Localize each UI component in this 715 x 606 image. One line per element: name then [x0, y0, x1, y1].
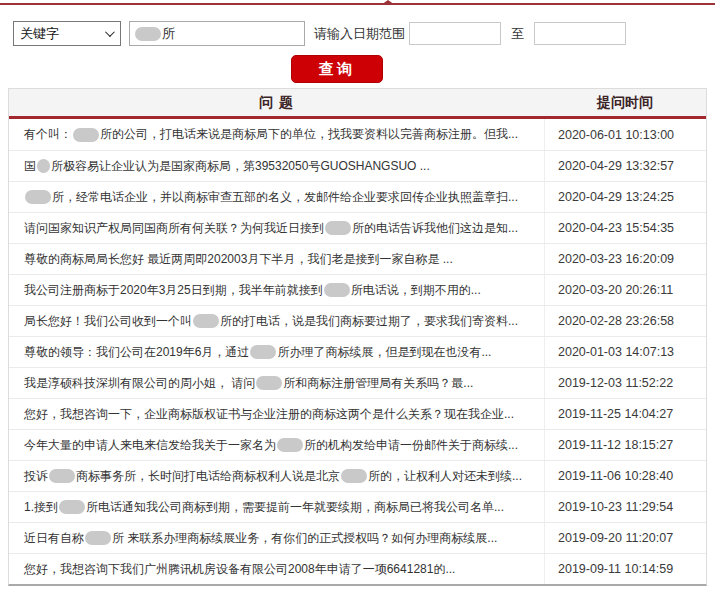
date-to-input[interactable] [534, 22, 626, 45]
time-cell: 2020-02-28 23:26:58 [544, 306, 706, 336]
table-row[interactable]: 所，经常电话企业，并以商标审查五部的名义，发邮件给企业要求回传企业执照盖章扫..… [9, 181, 706, 212]
table-row[interactable]: 有个叫：所的公司，打电话来说是商标局下的单位，找我要资料以完善商标注册。但我..… [9, 119, 706, 150]
question-cell[interactable]: 今年大量的申请人来电来信发给我关于一家名为所的机构发给申请一份邮件关于商标续..… [9, 430, 544, 460]
keyword-type-selected-option: 关键字 [20, 25, 59, 43]
question-cell[interactable]: 近日有自称 所 来联系办理商标续展业务，有你们的正式授权吗？如何办理商标续展..… [9, 523, 544, 553]
query-button[interactable]: 查询 [291, 55, 383, 83]
table-row[interactable]: 您好，我想咨询下我们广州腾讯机房设备有限公司2008年申请了一项6641281的… [9, 553, 706, 584]
redacted-text [325, 221, 351, 235]
keyword-input[interactable]: 所 [129, 21, 305, 46]
table-row[interactable]: 尊敬的商标局局长您好 最近两周即202003月下半月，我们老是接到一家自称是 .… [9, 243, 706, 274]
question-cell[interactable]: 所，经常电话企业，并以商标审查五部的名义，发邮件给企业要求回传企业执照盖章扫..… [9, 182, 544, 212]
redacted-text [25, 190, 51, 204]
redacted-text [73, 128, 99, 142]
questions-table: 问 题 提问时间 有个叫：所的公司，打电话来说是商标局下的单位，找我要资料以完善… [8, 88, 707, 586]
redacted-text [59, 500, 85, 514]
time-cell: 2020-04-29 13:24:25 [544, 182, 706, 212]
question-cell[interactable]: 您好，我想咨询下我们广州腾讯机房设备有限公司2008年申请了一项6641281的… [9, 554, 544, 584]
time-cell: 2019-11-12 18:15:27 [544, 430, 706, 460]
redacted-text [85, 531, 111, 545]
time-cell: 2019-09-20 11:20:07 [544, 523, 706, 553]
table-row[interactable]: 今年大量的申请人来电来信发给我关于一家名为所的机构发给申请一份邮件关于商标续..… [9, 429, 706, 460]
redacted-text [250, 345, 276, 359]
top-divider-line [0, 3, 715, 5]
date-to-label: 至 [511, 25, 524, 43]
table-row[interactable]: 您好，我想咨询一下，企业商标版权证书与企业注册的商标这两个是什么关系？现在我企业… [9, 398, 706, 429]
question-cell[interactable]: 投诉商标事务所，长时间打电话给商标权利人说是北京所的，让权利人对还未到续... [9, 461, 544, 491]
redacted-text [341, 469, 367, 483]
question-cell[interactable]: 国所极容易让企业认为是国家商标局，第39532050号GUOSHANGSUO .… [9, 151, 544, 181]
redacted-text [324, 283, 350, 297]
time-cell: 2019-09-11 10:14:59 [544, 554, 706, 584]
redacted-text [193, 314, 219, 328]
redacted-text [49, 469, 75, 483]
question-cell[interactable]: 尊敬的领导：我们公司在2019年6月，通过所办理了商标续展，但是到现在也没有..… [9, 337, 544, 367]
question-cell[interactable]: 局长您好！我们公司收到一个叫所的打电话，说是我们商标要过期了，要求我们寄资料..… [9, 306, 544, 336]
time-cell: 2019-10-23 11:29:54 [544, 492, 706, 522]
redacted-text [277, 438, 303, 452]
tab-pointer-arrow-icon [381, 0, 395, 5]
time-cell: 2020-04-29 13:32:57 [544, 151, 706, 181]
time-cell: 2020-03-20 20:26:11 [544, 275, 706, 305]
time-column-header: 提问时间 [544, 94, 706, 112]
table-row[interactable]: 请问国家知识产权局同国商所有何关联？为何我近日接到所的电话告诉我他们这边是知..… [9, 212, 706, 243]
table-row[interactable]: 局长您好！我们公司收到一个叫所的打电话，说是我们商标要过期了，要求我们寄资料..… [9, 305, 706, 336]
time-cell: 2020-01-03 14:07:13 [544, 337, 706, 367]
table-row[interactable]: 我是淳硕科技深圳有限公司的周小姐， 请问所和商标注册管理局有关系吗？最...20… [9, 367, 706, 398]
table-row[interactable]: 投诉商标事务所，长时间打电话给商标权利人说是北京所的，让权利人对还未到续...2… [9, 460, 706, 491]
time-cell: 2019-11-25 14:04:27 [544, 399, 706, 429]
date-from-input[interactable] [409, 22, 501, 45]
table-row[interactable]: 近日有自称 所 来联系办理商标续展业务，有你们的正式授权吗？如何办理商标续展..… [9, 522, 706, 553]
table-row[interactable]: 国所极容易让企业认为是国家商标局，第39532050号GUOSHANGSUO .… [9, 150, 706, 181]
keyword-type-select[interactable]: 关键字 [13, 21, 121, 46]
time-cell: 2019-12-03 11:52:22 [544, 368, 706, 398]
question-cell[interactable]: 我是淳硕科技深圳有限公司的周小姐， 请问所和商标注册管理局有关系吗？最... [9, 368, 544, 398]
search-form: 关键字 所 请输入日期范围 至 [13, 21, 626, 46]
redacted-text [256, 376, 282, 390]
question-cell[interactable]: 尊敬的商标局局长您好 最近两周即202003月下半月，我们老是接到一家自称是 .… [9, 244, 544, 274]
table-row[interactable]: 1.接到所电话通知我公司商标到期，需要提前一年就要续期，商标局已将我公司名单..… [9, 491, 706, 522]
question-cell[interactable]: 我公司注册商标于2020年3月25日到期，我半年前就接到所电话说，到期不用的..… [9, 275, 544, 305]
time-cell: 2019-11-06 10:28:40 [544, 461, 706, 491]
time-cell: 2020-06-01 10:13:00 [544, 119, 706, 150]
table-row[interactable]: 我公司注册商标于2020年3月25日到期，我半年前就接到所电话说，到期不用的..… [9, 274, 706, 305]
question-cell[interactable]: 请问国家知识产权局同国商所有何关联？为何我近日接到所的电话告诉我他们这边是知..… [9, 213, 544, 243]
question-column-header: 问 题 [9, 94, 544, 112]
time-cell: 2020-03-23 16:20:09 [544, 244, 706, 274]
date-range-label: 请输入日期范围 [314, 25, 405, 43]
question-cell[interactable]: 您好，我想咨询一下，企业商标版权证书与企业注册的商标这两个是什么关系？现在我企业… [9, 399, 544, 429]
question-cell[interactable]: 1.接到所电话通知我公司商标到期，需要提前一年就要续期，商标局已将我公司名单..… [9, 492, 544, 522]
redacted-text [37, 159, 50, 173]
table-row[interactable]: 尊敬的领导：我们公司在2019年6月，通过所办理了商标续展，但是到现在也没有..… [9, 336, 706, 367]
table-body: 有个叫：所的公司，打电话来说是商标局下的单位，找我要资料以完善商标注册。但我..… [9, 119, 706, 584]
table-header-row: 问 题 提问时间 [9, 89, 706, 119]
time-cell: 2020-04-23 15:54:35 [544, 213, 706, 243]
chevron-down-icon [105, 27, 115, 37]
question-cell[interactable]: 有个叫：所的公司，打电话来说是商标局下的单位，找我要资料以完善商标注册。但我..… [9, 119, 544, 150]
redacted-text [135, 27, 161, 41]
